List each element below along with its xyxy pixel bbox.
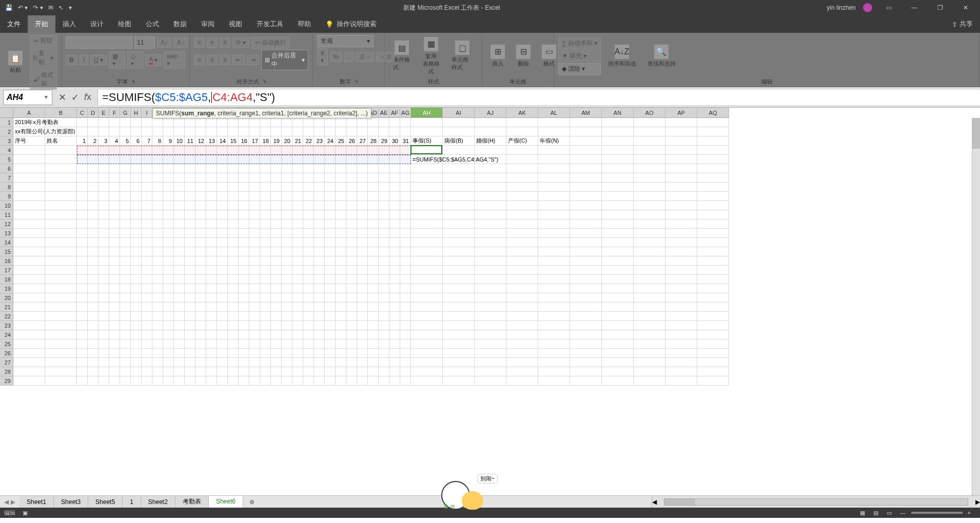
cell[interactable]: 16 — [239, 136, 249, 146]
cell[interactable]: 24 — [325, 136, 336, 146]
cell[interactable] — [99, 312, 109, 321]
cell[interactable] — [325, 210, 336, 219]
tab-file[interactable]: 文件 — [0, 15, 28, 33]
cell[interactable] — [411, 210, 443, 219]
cell[interactable] — [292, 256, 303, 266]
cell[interactable] — [314, 349, 325, 358]
cell[interactable] — [185, 376, 195, 386]
cell[interactable] — [336, 321, 346, 330]
cell[interactable] — [174, 210, 185, 219]
cell[interactable] — [389, 210, 400, 219]
cell[interactable] — [665, 349, 697, 358]
cell[interactable] — [120, 303, 131, 312]
cell[interactable] — [506, 358, 538, 367]
cell[interactable] — [163, 118, 174, 127]
cell[interactable] — [400, 284, 411, 293]
cell[interactable] — [336, 210, 346, 219]
cell[interactable] — [303, 266, 314, 275]
cell[interactable] — [260, 321, 271, 330]
cell[interactable] — [152, 219, 163, 229]
cell[interactable] — [475, 192, 506, 201]
cell[interactable] — [443, 376, 475, 386]
cell[interactable] — [697, 173, 729, 183]
tab-draw[interactable]: 绘图 — [111, 15, 139, 33]
phonetic-button[interactable]: wén ▾ — [163, 51, 185, 69]
cell[interactable] — [443, 367, 475, 376]
cell[interactable] — [206, 173, 217, 183]
cell[interactable] — [217, 266, 228, 275]
cell[interactable] — [109, 376, 120, 386]
cell[interactable] — [228, 229, 239, 238]
cell[interactable] — [475, 127, 506, 136]
row-header-17[interactable]: 17 — [0, 266, 13, 275]
cell[interactable] — [697, 349, 729, 358]
cell[interactable] — [634, 312, 665, 321]
cell[interactable] — [634, 256, 665, 266]
cell[interactable] — [538, 330, 570, 339]
cell[interactable] — [120, 293, 131, 303]
cell[interactable] — [538, 256, 570, 266]
cell[interactable] — [45, 155, 77, 164]
cell[interactable] — [249, 238, 260, 247]
cell[interactable] — [411, 367, 443, 376]
cell[interactable] — [357, 173, 368, 183]
vertical-scrollbar[interactable] — [972, 118, 980, 495]
cell[interactable] — [357, 229, 368, 238]
cell[interactable] — [336, 127, 346, 136]
cell[interactable] — [506, 118, 538, 127]
cell[interactable] — [282, 367, 292, 376]
cell[interactable] — [77, 247, 88, 256]
cell[interactable] — [77, 192, 88, 201]
cell[interactable] — [389, 201, 400, 210]
cell[interactable] — [131, 229, 142, 238]
cell[interactable] — [475, 238, 506, 247]
cell[interactable] — [336, 367, 346, 376]
cell[interactable] — [217, 229, 228, 238]
cell[interactable] — [506, 127, 538, 136]
cell[interactable] — [120, 358, 131, 367]
cell[interactable] — [131, 330, 142, 339]
cell[interactable] — [292, 247, 303, 256]
cell[interactable] — [271, 330, 282, 339]
cell[interactable] — [325, 238, 336, 247]
cell[interactable] — [88, 284, 99, 293]
cell[interactable] — [99, 303, 109, 312]
cell[interactable] — [88, 247, 99, 256]
cell[interactable] — [400, 127, 411, 136]
cell[interactable] — [389, 127, 400, 136]
cell[interactable] — [570, 339, 602, 349]
cell[interactable] — [368, 118, 379, 127]
cell[interactable] — [152, 321, 163, 330]
cell[interactable] — [174, 376, 185, 386]
cell[interactable]: 15 — [228, 136, 239, 146]
cell[interactable] — [206, 367, 217, 376]
alignment-dialog-icon[interactable]: ↘ — [262, 78, 266, 86]
cell[interactable] — [336, 376, 346, 386]
row-header-28[interactable]: 28 — [0, 367, 13, 376]
scroll-left-icon[interactable]: ◀ — [652, 498, 657, 506]
cell[interactable] — [249, 164, 260, 173]
cell[interactable] — [228, 219, 239, 229]
cell[interactable] — [443, 146, 475, 155]
cell[interactable] — [325, 164, 336, 173]
select-all-button[interactable] — [0, 108, 13, 118]
cell[interactable] — [77, 146, 88, 155]
cell[interactable] — [152, 330, 163, 339]
cell[interactable] — [325, 219, 336, 229]
cell[interactable]: 31 — [400, 136, 411, 146]
cell[interactable] — [697, 192, 729, 201]
cell[interactable] — [195, 164, 206, 173]
cell[interactable]: 事假(S) — [411, 136, 443, 146]
cell[interactable] — [217, 183, 228, 192]
cell[interactable] — [697, 330, 729, 339]
cell[interactable] — [400, 339, 411, 349]
cell[interactable] — [13, 349, 45, 358]
cell[interactable] — [174, 339, 185, 349]
col-header-AL[interactable]: AL — [538, 108, 570, 118]
cell[interactable] — [357, 266, 368, 275]
tell-me[interactable]: 💡操作说明搜索 — [318, 15, 384, 33]
cell[interactable] — [411, 127, 443, 136]
cell[interactable] — [131, 293, 142, 303]
cell[interactable] — [195, 330, 206, 339]
cell[interactable] — [538, 127, 570, 136]
